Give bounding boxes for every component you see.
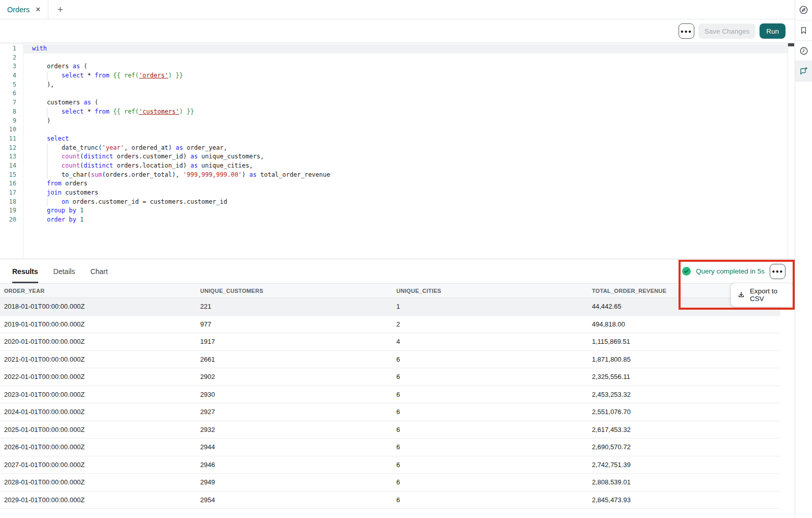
table-row[interactable]: 2026-01-01T00:00:00.000Z294462,690,570.7… (0, 439, 780, 456)
column-header: UNIQUE_CUSTOMERS (196, 288, 392, 294)
table-cell: 6 (392, 408, 588, 416)
code-line[interactable]: 9 ) (0, 117, 788, 126)
table-cell: 2022-01-01T00:00:00.000Z (0, 373, 196, 380)
code-token: ), (32, 81, 54, 88)
line-number: 15 (0, 171, 23, 180)
table-cell: 2661 (196, 356, 392, 363)
code-line[interactable]: 17 join customers (0, 188, 788, 198)
code-line[interactable]: 6 (0, 89, 788, 98)
table-cell: 6 (392, 373, 588, 380)
table-cell: 2020-01-01T00:00:00.000Z (0, 338, 196, 345)
code-line[interactable]: 18 on orders.customer_id = customers.cus… (0, 198, 788, 207)
code-line-content: with (23, 44, 788, 53)
code-token: join (47, 189, 62, 196)
sidebar-item-history[interactable] (795, 41, 812, 61)
table-cell: 2028-01-01T00:00:00.000Z (0, 478, 196, 486)
code-token: (orders.order_total), (102, 171, 183, 178)
table-cell: 6 (392, 356, 588, 363)
code-editor-wrap: 1with23 orders as (4 select * from {{ re… (0, 43, 795, 259)
code-line-content: order by 1 (23, 215, 788, 225)
code-line[interactable]: 16 from orders (0, 179, 788, 188)
code-line[interactable]: 1with (0, 44, 788, 53)
table-cell: 6 (392, 391, 588, 398)
table-cell: 2024-01-01T00:00:00.000Z (0, 408, 196, 416)
table-row[interactable]: 2020-01-01T00:00:00.000Z191741,115,869.5… (0, 333, 780, 351)
code-line[interactable]: 3 orders as ( (0, 62, 788, 71)
code-line[interactable]: 15 to_char(sum(orders.order_total), '999… (0, 171, 788, 180)
code-editor[interactable]: 1with23 orders as (4 select * from {{ re… (0, 43, 788, 259)
results-more-options-button[interactable]: ●●● (770, 264, 786, 279)
table-cell: 2,742,751.39 (588, 461, 780, 469)
table-row[interactable]: 2022-01-01T00:00:00.000Z290262,325,556.1… (0, 368, 780, 386)
table-row[interactable]: 2029-01-01T00:00:00.000Z295462,845,473.9… (0, 492, 780, 509)
save-changes-button[interactable]: Save Changes (698, 23, 756, 39)
code-token: ) (242, 171, 249, 178)
code-token (76, 207, 80, 214)
results-table-header: ORDER_YEARUNIQUE_CUSTOMERSUNIQUE_CITIEST… (0, 283, 780, 298)
table-cell: 1,115,869.51 (588, 338, 780, 345)
code-token: date_trunc( (32, 144, 102, 151)
more-options-button[interactable]: ●●● (679, 23, 694, 39)
code-token: * (84, 72, 95, 79)
line-number: 19 (0, 206, 23, 215)
table-cell: 2949 (196, 478, 392, 486)
line-number: 7 (0, 98, 23, 107)
code-token: from (47, 180, 62, 187)
table-row[interactable]: 2021-01-01T00:00:00.000Z266161,871,800.8… (0, 351, 780, 369)
results-table-body: 2018-01-01T00:00:00.000Z221144,442.65201… (0, 298, 795, 509)
table-cell: 6 (392, 478, 588, 486)
code-line[interactable]: 7 customers as ( (0, 98, 788, 107)
results-tab-details[interactable]: Details (53, 259, 75, 283)
table-row[interactable]: 2019-01-01T00:00:00.000Z9772494,818.00 (0, 316, 780, 334)
code-line-content: ), (23, 80, 788, 90)
code-token: as (191, 153, 198, 160)
code-token: select (62, 108, 84, 115)
table-row[interactable]: 2023-01-01T00:00:00.000Z293062,453,253.3… (0, 386, 780, 404)
code-line[interactable]: 10 (0, 125, 788, 134)
line-number: 8 (0, 107, 23, 117)
table-cell: 2902 (196, 373, 392, 380)
code-token: orders (62, 180, 88, 187)
new-tab-button[interactable]: + (48, 0, 72, 19)
tab-orders[interactable]: Orders ✕ (0, 0, 48, 19)
code-token: {{ ref( (113, 108, 139, 115)
code-token (32, 216, 47, 223)
results-tab-chart[interactable]: Chart (90, 259, 107, 283)
table-cell: 2021-01-01T00:00:00.000Z (0, 356, 196, 363)
code-token: select (62, 72, 84, 79)
code-line-content: join customers (23, 188, 788, 198)
code-line[interactable]: 5 ), (0, 80, 788, 90)
right-sidebar (795, 0, 812, 518)
code-line[interactable]: 12 date_trunc('year', ordered_at) as ord… (0, 144, 788, 153)
code-token: count (62, 153, 80, 160)
table-row[interactable]: 2028-01-01T00:00:00.000Z294962,808,539.0… (0, 474, 780, 492)
line-number: 10 (0, 125, 23, 134)
code-line[interactable]: 4 select * from {{ ref('orders') }} (0, 71, 788, 80)
code-line[interactable]: 20 order by 1 (0, 215, 788, 225)
export-to-csv-menu-item[interactable]: Export to CSV (731, 283, 793, 307)
table-cell: 2026-01-01T00:00:00.000Z (0, 443, 196, 451)
code-token: on (62, 198, 69, 205)
editor-scrollbar-thumb[interactable] (788, 43, 794, 46)
code-line[interactable]: 19 group by 1 (0, 206, 788, 215)
results-tab-results[interactable]: Results (12, 259, 38, 283)
table-cell: 2025-01-01T00:00:00.000Z (0, 426, 196, 433)
code-line[interactable]: 11 select (0, 134, 788, 144)
code-token (32, 162, 62, 169)
table-row[interactable]: 2024-01-01T00:00:00.000Z292762,551,076.7… (0, 403, 780, 421)
table-row[interactable]: 2025-01-01T00:00:00.000Z293262,617,453.3… (0, 421, 780, 439)
table-cell: 6 (392, 461, 588, 469)
table-row[interactable]: 2027-01-01T00:00:00.000Z294662,742,751.3… (0, 456, 780, 474)
table-row[interactable]: 2018-01-01T00:00:00.000Z221144,442.65 (0, 298, 780, 316)
run-button[interactable]: Run (760, 23, 786, 39)
sidebar-item-feedback-add[interactable] (795, 61, 812, 81)
code-token (32, 135, 47, 142)
sidebar-item-bookmark[interactable] (795, 20, 812, 41)
close-icon[interactable]: ✕ (35, 6, 41, 13)
code-line[interactable]: 14 count(distinct orders.location_id) as… (0, 161, 788, 171)
code-line[interactable]: 2 (0, 53, 788, 63)
feedback-add-icon (799, 66, 808, 76)
code-line[interactable]: 13 count(distinct orders.customer_id) as… (0, 152, 788, 161)
sidebar-item-compass[interactable] (795, 0, 812, 20)
code-line[interactable]: 8 select * from {{ ref('customers') }} (0, 107, 788, 117)
